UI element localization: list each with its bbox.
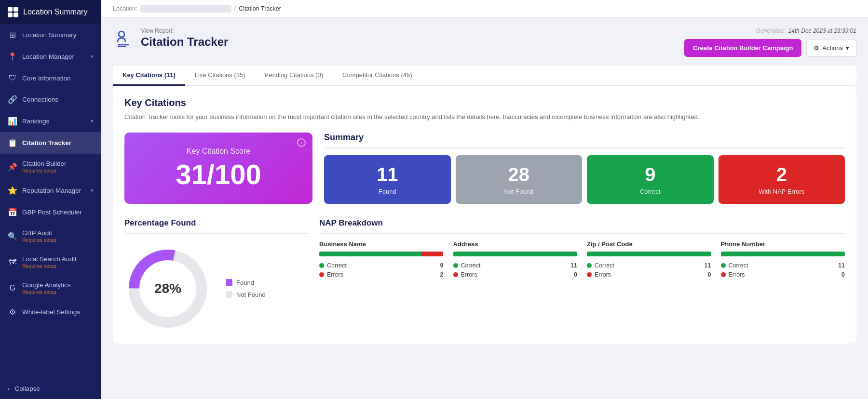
location-manager-label: Location Manager: [22, 53, 74, 60]
info-icon[interactable]: i: [297, 138, 306, 147]
sidebar-item-core-information[interactable]: 🛡 Core Information: [0, 67, 101, 89]
reputation-manager-chevron: ▾: [91, 187, 94, 194]
citation-tracker-label-group: Citation Tracker: [22, 139, 71, 146]
stat-label-not-found: Not Found: [461, 188, 578, 195]
location-manager-chevron: ▾: [91, 53, 94, 60]
nap-bar-correct-phone-number: [721, 252, 845, 256]
sidebar-item-citation-builder[interactable]: 📌 Citation Builder Requires setup: [0, 154, 101, 180]
sidebar-item-connections[interactable]: 🔗 Connections: [0, 89, 101, 110]
citation-builder-label: Citation Builder: [22, 160, 67, 167]
nap-title: NAP Breakdown: [319, 218, 845, 234]
report-title-text: View Report: Citation Tracker: [141, 27, 228, 49]
nap-grid: Business Name Correct 9 Errors 2 Address…: [319, 240, 845, 280]
page-title: Citation Tracker: [141, 35, 228, 49]
sidebar-item-location-summary[interactable]: ⊞ Location Summary: [0, 24, 101, 46]
sidebar: Location Summary ⊞ Location Summary 📍 Lo…: [0, 0, 101, 399]
nap-dot-business-name-errors: [319, 272, 324, 277]
breadcrumb-location-label: Location:: [113, 5, 137, 12]
rankings-icon: 📊: [8, 117, 17, 126]
create-campaign-button[interactable]: Create Citation Builder Campaign: [684, 39, 801, 57]
rankings-chevron: ▾: [91, 118, 94, 124]
main-card: Key Citations Citation Tracker looks for…: [113, 86, 856, 344]
nap-count-address-errors: 0: [574, 271, 577, 278]
section-title: Key Citations: [124, 97, 845, 108]
sidebar-logo[interactable]: Location Summary: [0, 0, 101, 24]
sidebar-item-white-label-settings[interactable]: ⚙ White-label Settings: [0, 301, 101, 323]
legend-item-not-found: Not Found: [226, 291, 266, 298]
tab-key-citations[interactable]: Key Citations (11): [113, 66, 185, 86]
nap-count-phone-number-correct: 11: [838, 262, 845, 269]
logo-icon: [8, 7, 18, 17]
tab-pending-citations[interactable]: Pending Citations (0): [255, 66, 333, 86]
gbp-audit-label: GBP Audit: [22, 229, 56, 237]
nap-row-label-address: Correct: [461, 262, 481, 269]
nap-count-business-name-correct: 9: [440, 262, 444, 269]
legend-color-found: [226, 279, 232, 286]
google-analytics-sublabel: Requires setup: [22, 289, 71, 295]
chevron-left-icon: ‹: [8, 385, 10, 392]
nap-row-label-phone-number: Correct: [729, 262, 748, 269]
content-area: View Report: Citation Tracker Generated:…: [101, 18, 868, 399]
nap-count-business-name-errors: 2: [440, 271, 444, 278]
nap-row-label-zip-post-code: Correct: [595, 262, 614, 269]
stat-box-with-nap-errors: 2 With NAP Errors: [719, 155, 845, 204]
legend-label-found: Found: [236, 279, 254, 286]
nap-row-label-address: Errors: [461, 271, 477, 278]
breadcrumb-current: Citation Tracker: [239, 5, 281, 12]
nap-bar-business-name: [319, 252, 444, 256]
sidebar-item-google-analytics[interactable]: G Google Analytics Requires setup: [0, 275, 101, 301]
reputation-manager-icon: ⭐: [8, 186, 17, 195]
gbp-audit-label-group: GBP Audit Requires setup: [22, 229, 56, 243]
sidebar-item-rankings[interactable]: 📊 Rankings ▾: [0, 110, 101, 132]
generated-text: Generated: 14th Dec 2023 at 23:39:01: [756, 27, 856, 34]
nap-count-phone-number-errors: 0: [841, 271, 845, 278]
nap-count-address-correct: 11: [570, 262, 577, 269]
summary-section: Summary 11 Found28 Not Found9 Correct2 W…: [324, 133, 845, 204]
sidebar-item-gbp-post-scheduler[interactable]: 📅 GBP Post Scheduler: [0, 201, 101, 223]
nap-dot-phone-number-errors: [721, 272, 726, 277]
google-analytics-icon: G: [8, 284, 17, 293]
score-card: i Key Citation Score 31/100: [124, 133, 312, 204]
citation-builder-icon: 📌: [8, 162, 17, 172]
citation-builder-sublabel: Requires setup: [22, 168, 67, 173]
nap-row-phone-number-correct: Correct 11: [721, 262, 845, 269]
nap-row-address-correct: Correct 11: [453, 262, 578, 269]
nap-col-phone-number: Phone Number Correct 11 Errors 0: [721, 240, 845, 280]
core-information-icon: 🛡: [8, 74, 17, 82]
citation-tracker-label: Citation Tracker: [22, 139, 71, 146]
actions-button[interactable]: ⚙ Actions ▾: [806, 39, 856, 57]
white-label-settings-label-group: White-label Settings: [22, 308, 80, 316]
stat-num-with-nap-errors: 2: [723, 164, 841, 185]
location-manager-icon: 📍: [8, 52, 17, 61]
nap-row-label-business-name: Correct: [327, 262, 347, 269]
nap-dot-zip-post-code-correct: [587, 263, 592, 268]
core-information-label: Core Information: [22, 75, 71, 82]
page-header: View Report: Citation Tracker Generated:…: [113, 27, 856, 57]
local-search-audit-icon: 🗺: [8, 258, 17, 266]
header-buttons: Create Citation Builder Campaign ⚙ Actio…: [684, 39, 856, 57]
percentage-found-section: Percentage Found 28% Found Not Found: [124, 218, 308, 332]
donut-chart: 28%: [124, 245, 211, 332]
sidebar-item-gbp-audit[interactable]: 🔍 GBP Audit Requires setup: [0, 223, 101, 249]
white-label-settings-icon: ⚙: [8, 307, 17, 317]
nap-bar-address: [453, 252, 578, 256]
actions-label: Actions: [822, 44, 843, 52]
header-actions: Generated: 14th Dec 2023 at 23:39:01 Cre…: [684, 27, 856, 57]
nap-row-label-business-name: Errors: [327, 271, 343, 278]
legend-item-found: Found: [226, 279, 266, 286]
generated-label: Generated:: [756, 27, 785, 34]
gbp-audit-icon: 🔍: [8, 232, 17, 241]
sidebar-item-citation-tracker[interactable]: 📋 Citation Tracker: [0, 132, 101, 154]
sidebar-item-local-search-audit[interactable]: 🗺 Local Search Audit Requires setup: [0, 249, 101, 275]
nap-row-label-zip-post-code: Errors: [595, 271, 611, 278]
stat-num-found: 11: [329, 164, 446, 185]
stat-label-with-nap-errors: With NAP Errors: [723, 188, 841, 195]
sidebar-collapse-button[interactable]: ‹ Collapse: [0, 378, 101, 399]
nap-col-zip-post-code: Zip / Post Code Correct 11 Errors 0: [587, 240, 711, 280]
tab-live-citations[interactable]: Live Citations (35): [185, 66, 255, 86]
sidebar-item-location-manager[interactable]: 📍 Location Manager ▾: [0, 46, 101, 67]
stat-num-not-found: 28: [461, 164, 578, 185]
tab-competitor-citations[interactable]: Competitor Citations (45): [333, 66, 422, 86]
sidebar-item-reputation-manager[interactable]: ⭐ Reputation Manager ▾: [0, 180, 101, 201]
citation-tracker-icon: [113, 27, 134, 49]
